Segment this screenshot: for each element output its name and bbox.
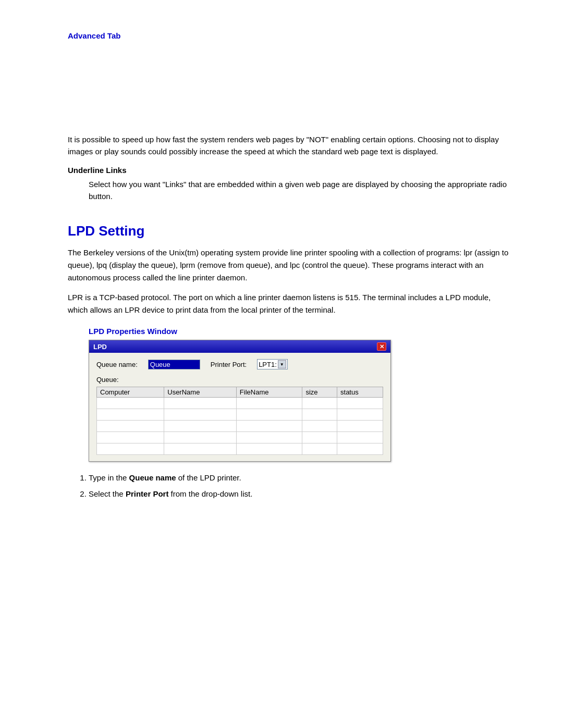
lpd-intro-paragraph: The Berkeley versions of the Unix(tm) op…	[68, 246, 511, 284]
table-row	[97, 398, 383, 409]
col-filename: FileName	[236, 387, 302, 398]
printer-port-select[interactable]: LPT1: ▼	[257, 359, 288, 369]
lpd-window-body: Queue name: Queue Printer Port: LPT1: ▼ …	[89, 353, 390, 461]
queue-label: Queue:	[96, 376, 383, 384]
printer-port-value: LPT1:	[259, 361, 277, 368]
col-status: status	[337, 387, 383, 398]
lpd-window-title: LPD	[93, 343, 107, 351]
col-username: UserName	[164, 387, 237, 398]
queue-name-input[interactable]: Queue	[148, 360, 200, 369]
table-row	[97, 421, 383, 432]
col-computer: Computer	[97, 387, 164, 398]
lpd-properties-heading: LPD Properties Window	[89, 327, 511, 336]
underline-links-section: Underline Links Select how you want "Lin…	[68, 166, 511, 202]
queue-name-label: Queue name:	[96, 361, 138, 368]
lpd-close-button[interactable]: ✕	[377, 342, 386, 351]
lpd-setting-title: LPD Setting	[68, 223, 511, 239]
instruction-2: Select the Printer Port from the drop-do…	[89, 488, 511, 500]
table-row	[97, 432, 383, 443]
instructions-list: Type in the Queue name of the LPD printe…	[89, 472, 511, 500]
lpd-titlebar: LPD ✕	[89, 340, 390, 353]
table-row	[97, 443, 383, 455]
underline-links-body: Select how you want "Links" that are emb…	[89, 179, 511, 202]
underline-links-heading: Underline Links	[68, 166, 511, 175]
instruction-1: Type in the Queue name of the LPD printe…	[89, 472, 511, 484]
advanced-tab-heading: Advanced Tab	[68, 31, 511, 40]
intro-paragraph: It is possible to speed up how fast the …	[68, 134, 511, 157]
bold-printer-port: Printer Port	[126, 489, 169, 498]
select-arrow-icon: ▼	[278, 360, 286, 368]
col-size: size	[302, 387, 337, 398]
lpd-desc-paragraph: LPR is a TCP-based protocol. The port on…	[68, 291, 511, 316]
table-row	[97, 409, 383, 421]
printer-port-label: Printer Port:	[211, 361, 247, 368]
lpd-window: LPD ✕ Queue name: Queue Printer Port: LP…	[89, 340, 391, 462]
queue-table: Computer UserName FileName size status	[96, 387, 383, 455]
lpd-fields-row: Queue name: Queue Printer Port: LPT1: ▼	[96, 359, 383, 369]
bold-queue-name: Queue name	[129, 473, 176, 482]
lpd-setting-section: LPD Setting The Berkeley versions of the…	[68, 223, 511, 500]
